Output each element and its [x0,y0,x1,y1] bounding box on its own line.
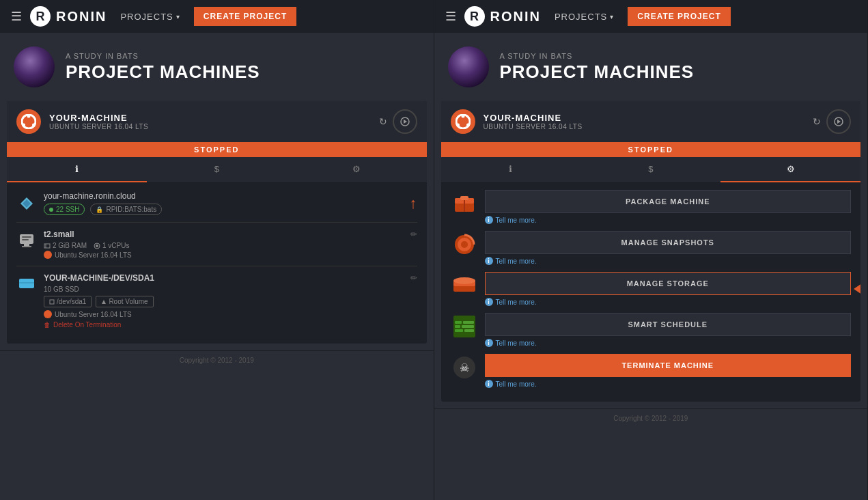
tab-info-right[interactable]: ℹ [441,157,581,182]
action-item-package: PACKAGE MACHINE i Tell me more. [451,190,852,224]
smart-schedule-btn[interactable]: SMART SCHEDULE [485,313,852,336]
machine-status-left: STOPPED [7,142,427,157]
info-icon-terminate: i [485,380,493,388]
chevron-down-icon-left: ▾ [176,13,180,20]
refresh-icon-right[interactable]: ↻ [813,116,821,127]
instance-icon [16,230,37,250]
tab-settings-left[interactable]: ⚙ [287,157,427,182]
tell-more-schedule[interactable]: i Tell me more. [485,339,852,347]
terminate-machine-btn[interactable]: TERMINATE MACHINE [485,354,852,377]
navbar-right: ☰ R RONIN PROJECTS ▾ CREATE PROJECT [434,0,868,33]
create-project-btn-right[interactable]: CREATE PROJECT [628,7,730,26]
tab-billing-left[interactable]: $ [147,157,287,182]
project-avatar-left [14,46,55,87]
nav-projects-right[interactable]: PROJECTS ▾ [555,12,614,22]
project-header-right: A STUDY IN BATS PROJECT MACHINES [434,33,868,101]
tell-more-storage[interactable]: i Tell me more. [485,298,852,306]
project-avatar-right [448,46,489,87]
svg-point-16 [96,245,98,247]
refresh-icon-left[interactable]: ↻ [379,116,387,127]
svg-point-1 [27,115,31,118]
machine-tabs-left: ℹ $ ⚙ [7,157,427,183]
lock-icon: 🔒 [96,206,103,213]
launch-btn-left[interactable] [393,109,417,134]
svg-rect-19 [50,300,54,304]
machine-card-right: YOUR-MACHINE UBUNTU SERVER 16.04 LTS ↻ S… [441,101,861,402]
svg-rect-38 [455,321,462,324]
machine-header-right: YOUR-MACHINE UBUNTU SERVER 16.04 LTS ↻ [441,101,861,142]
info-icon-snapshots: i [485,257,493,265]
svg-point-24 [466,124,470,127]
volume-size: 10 GB SSD [44,286,408,293]
instance-name: t2.small [44,230,408,239]
machine-status-right: STOPPED [441,142,861,157]
tab-info-left[interactable]: ℹ [7,157,147,182]
action-content-package: PACKAGE MACHINE i Tell me more. [485,190,852,224]
url-value: your-machine.ronin.cloud [44,191,410,201]
machine-actions-left: ↻ [379,109,417,134]
nav-projects-left[interactable]: PROJECTS ▾ [120,12,180,22]
snapshots-icon [451,231,478,258]
instance-os: Ubuntu Server 16.04 LTS [44,251,408,259]
action-list: PACKAGE MACHINE i Tell me more. [441,183,861,402]
create-project-btn-left[interactable]: CREATE PROJECT [194,7,296,26]
action-content-snapshots: MANAGE SNAPSHOTS i Tell me more. [485,231,852,265]
machine-os-right: UBUNTU SERVER 16.04 LTS [484,123,813,130]
up-arrow-icon: ↑ [410,195,417,212]
info-icon-storage: i [485,298,493,306]
tab-billing-right[interactable]: $ [580,157,720,182]
edit-volume-icon[interactable]: ✏ [410,273,417,283]
svg-rect-30 [460,196,468,200]
arrow-head-icon [854,283,860,294]
tab-settings-right[interactable]: ⚙ [720,157,860,182]
svg-marker-26 [837,120,841,124]
logo-r-left: R [36,10,45,24]
svg-marker-5 [404,120,407,124]
skull-icon: ☠ [453,357,475,378]
machine-info-left: YOUR-MACHINE UBUNTU SERVER 16.04 LTS [49,113,379,130]
ssh-dot [49,208,53,212]
arrow-annotation [854,283,860,294]
tell-more-snapshots[interactable]: i Tell me more. [485,257,852,265]
machine-name-right: YOUR-MACHINE [484,113,813,123]
hamburger-icon-left[interactable]: ☰ [11,9,22,24]
info-icon-schedule: i [485,339,493,347]
vcpu-spec: 1 vCPUs [94,242,129,249]
trash-icon: 🗑 [44,321,51,329]
svg-point-23 [456,124,460,127]
project-subtitle-left: A STUDY IN BATS [66,52,260,60]
svg-point-22 [461,115,464,118]
action-content-schedule: SMART SCHEDULE i Tell me more. [485,313,852,347]
action-item-storage: MANAGE STORAGE i Tell me more. [451,272,852,306]
terminate-icon: ☠ [451,354,478,381]
tell-more-package[interactable]: i Tell me more. [485,216,852,224]
machine-name-left: YOUR-MACHINE [49,113,379,123]
chevron-down-icon-right: ▾ [610,13,614,20]
package-machine-btn[interactable]: PACKAGE MACHINE [485,190,852,213]
delete-on-termination[interactable]: 🗑 Delete On Termination [44,321,408,329]
svg-rect-12 [22,239,29,240]
ubuntu-small-icon [44,251,52,259]
svg-rect-17 [19,279,34,288]
logo-right: R RONIN [464,6,541,27]
logo-circle-left: R [30,6,51,27]
action-item-schedule: SMART SCHEDULE i Tell me more. [451,313,852,347]
hamburger-icon-right[interactable]: ☰ [445,9,456,24]
vol-type-tag: Root Volume [96,296,153,307]
ubuntu-icon-right [451,109,475,134]
machine-body-left: your-machine.ronin.cloud 22 SSH 🔒 RPID:B… [7,183,427,344]
manage-storage-btn[interactable]: MANAGE STORAGE [485,272,852,295]
dev-tag: /dev/sda1 [44,296,92,307]
volume-name: YOUR-MACHINE-/DEV/SDA1 [44,273,408,283]
edit-instance-icon[interactable]: ✏ [410,230,417,239]
tell-more-terminate[interactable]: i Tell me more. [485,380,852,388]
manage-snapshots-btn[interactable]: MANAGE SNAPSHOTS [485,231,852,254]
rpid-tag: 🔒 RPID:BATS:bats [90,204,162,215]
logo-circle-right: R [464,6,485,27]
url-row-left: your-machine.ronin.cloud 22 SSH 🔒 RPID:B… [16,191,417,215]
url-text: your-machine.ronin.cloud 22 SSH 🔒 RPID:B… [44,191,410,215]
launch-btn-right[interactable] [826,109,851,134]
volume-tags: /dev/sda1 Root Volume [44,296,408,307]
action-item-snapshots: MANAGE SNAPSHOTS i Tell me more. [451,231,852,265]
project-title-right: PROJECT MACHINES [500,61,695,83]
